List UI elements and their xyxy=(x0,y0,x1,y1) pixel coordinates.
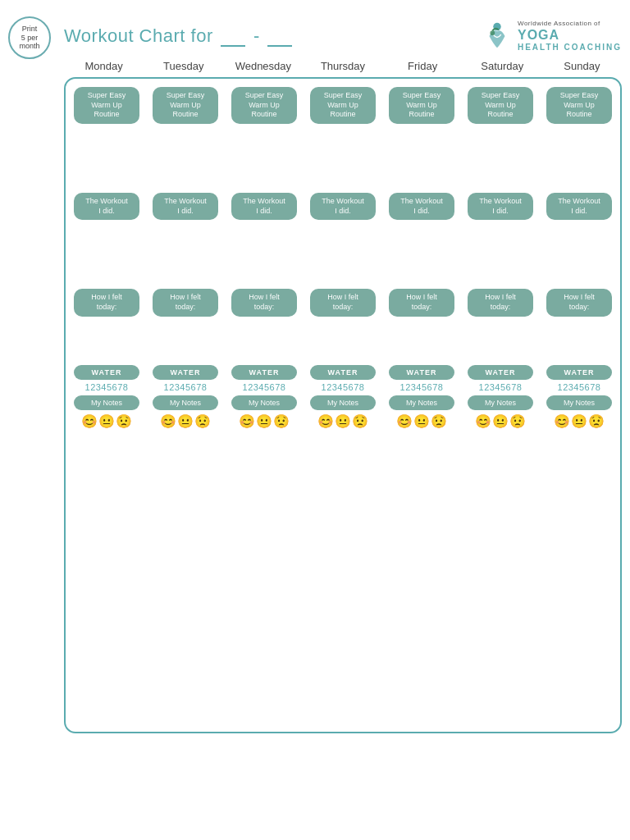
emoji-neutral-mon: 😐 xyxy=(98,413,115,429)
emoji-row-wed: 😊 😐 😟 xyxy=(239,413,290,429)
water-numbers-wed: 12345678 xyxy=(243,382,286,392)
emoji-happy-wed: 😊 xyxy=(239,413,255,429)
howfelt-badge-sun: How I felt today: xyxy=(546,289,611,316)
workout-badge-mon: The Workout I did. xyxy=(74,193,139,220)
emoji-sad-mon: 😟 xyxy=(116,413,132,429)
water-badge-mon: WATER xyxy=(74,365,139,380)
emoji-neutral-sun: 😐 xyxy=(571,413,587,429)
water-badge-sun: WATER xyxy=(546,365,611,380)
emoji-sad-sat: 😟 xyxy=(509,413,526,429)
emoji-neutral-wed: 😐 xyxy=(256,413,272,429)
day-header-sunday: Sunday xyxy=(542,58,622,74)
warmup-badge-wed: Super Easy Warm Up Routine xyxy=(231,87,296,124)
emoji-row-tue: 😊 😐 😟 xyxy=(160,413,211,429)
emoji-row-thu: 😊 😐 😟 xyxy=(317,413,368,429)
notes-badge-thu: My Notes xyxy=(310,395,375,410)
water-numbers-sat: 12345678 xyxy=(479,382,523,392)
workout-badge-tue: The Workout I did. xyxy=(153,193,217,220)
water-badge-wed: WATER xyxy=(231,365,296,380)
howfelt-badge-fri: How I felt today: xyxy=(389,289,454,316)
warmup-badge-sat: Super Easy Warm Up Routine xyxy=(468,87,532,124)
print-circle[interactable]: Print 5 per month xyxy=(8,16,51,59)
day-header-friday: Friday xyxy=(383,58,463,74)
emoji-row-mon: 😊 😐 😟 xyxy=(81,413,132,429)
emoji-happy-sat: 😊 xyxy=(475,413,491,429)
chart-title: Workout Chart for - xyxy=(64,25,294,47)
water-numbers-fri: 12345678 xyxy=(400,382,444,392)
day-column-saturday: Super Easy Warm Up Routine The Workout I… xyxy=(463,84,538,727)
emoji-neutral-sat: 😐 xyxy=(492,413,509,429)
water-badge-tue: WATER xyxy=(153,365,217,380)
notes-badge-fri: My Notes xyxy=(389,395,454,410)
day-column-tuesday: Super Easy Warm Up Routine The Workout I… xyxy=(148,84,223,727)
print-line1: Print xyxy=(22,25,38,34)
emoji-sad-thu: 😟 xyxy=(352,413,368,429)
emoji-sad-fri: 😟 xyxy=(431,413,447,429)
notes-badge-sun: My Notes xyxy=(546,395,611,410)
day-column-thursday: Super Easy Warm Up Routine The Workout I… xyxy=(305,84,381,727)
logo-coaching-line: HEALTH COACHING xyxy=(518,43,622,52)
day-header-thursday: Thursday xyxy=(303,58,382,74)
logo-area: Worldwide Association of YOGA HEALTH COA… xyxy=(482,21,622,52)
emoji-row-fri: 😊 😐 😟 xyxy=(396,413,447,429)
water-badge-fri: WATER xyxy=(389,365,454,380)
water-numbers-thu: 12345678 xyxy=(322,382,365,392)
print-line2: 5 per xyxy=(21,34,39,43)
logo-icon xyxy=(482,21,513,52)
warmup-badge-tue: Super Easy Warm Up Routine xyxy=(153,87,217,124)
svg-point-1 xyxy=(490,30,495,35)
notes-badge-mon: My Notes xyxy=(74,395,139,410)
day-header-saturday: Saturday xyxy=(463,58,542,74)
howfelt-badge-sat: How I felt today: xyxy=(468,289,532,316)
water-numbers-tue: 12345678 xyxy=(164,382,208,392)
emoji-sad-tue: 😟 xyxy=(194,413,211,429)
main-grid: Super Easy Warm Up Routine The Workout I… xyxy=(64,77,622,733)
emoji-neutral-tue: 😐 xyxy=(177,413,194,429)
workout-badge-sat: The Workout I did. xyxy=(468,193,532,220)
water-badge-thu: WATER xyxy=(310,365,375,380)
howfelt-badge-thu: How I felt today: xyxy=(310,289,375,316)
days-header: Monday Tuesday Wednesday Thursday Friday… xyxy=(64,58,622,74)
workout-badge-fri: The Workout I did. xyxy=(389,193,454,220)
day-column-sunday: Super Easy Warm Up Routine The Workout I… xyxy=(541,84,617,727)
print-line3: month xyxy=(19,42,39,51)
day-column-wednesday: Super Easy Warm Up Routine The Workout I… xyxy=(226,84,302,727)
day-header-wednesday: Wednesday xyxy=(223,58,303,74)
day-column-monday: Super Easy Warm Up Routine The Workout I… xyxy=(69,84,144,727)
page-container: Print 5 per month Workout Chart for - Wo… xyxy=(0,0,630,840)
blank1 xyxy=(221,45,245,47)
emoji-neutral-fri: 😐 xyxy=(413,413,430,429)
day-column-friday: Super Easy Warm Up Routine The Workout I… xyxy=(384,84,459,727)
emoji-row-sun: 😊 😐 😟 xyxy=(554,413,605,429)
howfelt-badge-wed: How I felt today: xyxy=(231,289,296,316)
workout-badge-wed: The Workout I did. xyxy=(231,193,296,220)
emoji-sad-wed: 😟 xyxy=(273,413,290,429)
emoji-neutral-thu: 😐 xyxy=(335,413,351,429)
day-header-tuesday: Tuesday xyxy=(144,58,223,74)
workout-badge-sun: The Workout I did. xyxy=(546,193,611,220)
notes-badge-wed: My Notes xyxy=(231,395,296,410)
logo-top-line: Worldwide Association of xyxy=(518,21,622,28)
blank2 xyxy=(267,45,292,47)
warmup-badge-mon: Super Easy Warm Up Routine xyxy=(74,87,139,124)
emoji-row-sat: 😊 😐 😟 xyxy=(475,413,526,429)
warmup-badge-sun: Super Easy Warm Up Routine xyxy=(546,87,611,124)
emoji-happy-fri: 😊 xyxy=(396,413,413,429)
separator: - xyxy=(253,25,260,46)
logo-text: Worldwide Association of YOGA HEALTH COA… xyxy=(518,21,622,51)
title-prefix: Workout Chart for xyxy=(64,25,213,46)
warmup-badge-fri: Super Easy Warm Up Routine xyxy=(389,87,454,124)
emoji-sad-sun: 😟 xyxy=(588,413,605,429)
workout-badge-thu: The Workout I did. xyxy=(310,193,375,220)
emoji-happy-thu: 😊 xyxy=(317,413,334,429)
notes-badge-sat: My Notes xyxy=(468,395,532,410)
notes-badge-tue: My Notes xyxy=(153,395,217,410)
water-numbers-mon: 12345678 xyxy=(85,382,129,392)
water-numbers-sun: 12345678 xyxy=(558,382,601,392)
emoji-happy-tue: 😊 xyxy=(160,413,176,429)
howfelt-badge-tue: How I felt today: xyxy=(153,289,217,316)
logo-yoga-line: YOGA xyxy=(518,28,622,43)
header-row: Workout Chart for - Worldwide Associatio… xyxy=(64,21,622,52)
warmup-badge-thu: Super Easy Warm Up Routine xyxy=(310,87,375,124)
water-badge-sat: WATER xyxy=(468,365,532,380)
